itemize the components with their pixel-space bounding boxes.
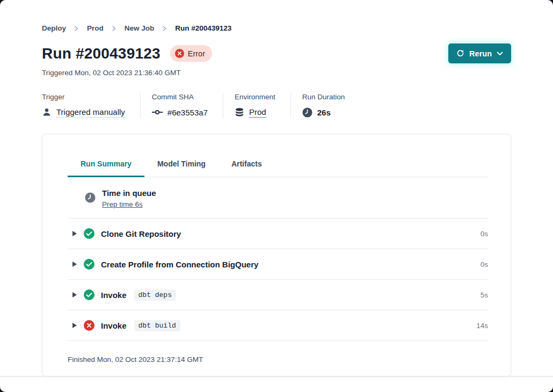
breadcrumb-prod[interactable]: Prod [87, 24, 104, 32]
rerun-button[interactable]: Rerun [448, 43, 511, 63]
meta-run-duration: Run Duration 26s [302, 93, 360, 118]
step-duration: 14s [476, 322, 488, 330]
refresh-icon [456, 49, 464, 57]
clock-icon [85, 192, 96, 203]
error-circle-icon [175, 49, 184, 58]
expand-triangle-icon[interactable] [72, 230, 77, 237]
breadcrumb-new-job[interactable]: New Job [125, 24, 155, 32]
command-chip: dbt deps [134, 289, 176, 301]
step-label: Clone Git Repository [101, 229, 181, 238]
step-row-dbt-build[interactable]: Invoke dbt build 14s [68, 310, 488, 341]
rerun-label: Rerun [469, 49, 492, 58]
prep-time-link[interactable]: Prep time 6s [102, 200, 143, 209]
tab-run-summary[interactable]: Run Summary [68, 158, 144, 177]
meta-label-duration: Run Duration [302, 93, 345, 101]
meta-label-commit: Commit SHA [152, 93, 208, 101]
header: Run #200439123 Error Rerun [42, 43, 511, 63]
success-icon [84, 259, 94, 270]
tab-bar: Run Summary Model Timing Artifacts [68, 158, 488, 177]
status-badge: Error [170, 45, 212, 62]
status-badge-label: Error [188, 49, 205, 58]
page-title: Run #200439123 [42, 45, 161, 62]
meta-commit-sha: Commit SHA #6e3553a7 [152, 93, 223, 118]
step-duration: 0s [481, 260, 488, 268]
clock-icon [302, 107, 312, 118]
trigger-value[interactable]: Triggered manually [56, 107, 125, 118]
step-duration: 0s [481, 230, 488, 238]
step-duration: 5s [481, 291, 488, 299]
expand-triangle-icon[interactable] [72, 292, 77, 298]
commit-sha-value: #6e3553a7 [168, 108, 208, 117]
chevron-right-icon [112, 25, 117, 32]
chevron-down-icon [497, 52, 503, 56]
queue-section: Time in queue Prep time 6s [68, 177, 488, 219]
commit-icon [152, 108, 163, 116]
chevron-right-icon [162, 25, 167, 32]
step-label: Create Profile from Connection BigQuery [101, 260, 258, 269]
person-icon [42, 107, 52, 117]
success-icon [84, 228, 94, 239]
triggered-timestamp: Triggered Mon, 02 Oct 2023 21:36:40 GMT [42, 69, 511, 77]
environment-link[interactable]: Prod [249, 107, 266, 118]
run-duration-value: 26s [317, 108, 331, 117]
meta-label-environment: Environment [235, 93, 275, 101]
step-row-clone-git[interactable]: Clone Git Repository 0s [68, 219, 488, 249]
run-detail-page: Deploy Prod New Job Run #200439123 Run #… [0, 0, 553, 392]
queue-title: Time in queue [102, 187, 156, 199]
breadcrumb-deploy[interactable]: Deploy [42, 24, 66, 32]
meta-trigger: Trigger Triggered manually [42, 93, 141, 118]
finished-timestamp: Finished Mon, 02 Oct 2023 21:37:14 GMT [68, 341, 488, 364]
step-label: Invoke [101, 291, 127, 300]
meta-environment: Environment Prod [235, 93, 291, 118]
tab-artifacts[interactable]: Artifacts [219, 158, 275, 177]
page-bottom-divider [0, 376, 553, 377]
run-summary-card: Run Summary Model Timing Artifacts Time … [42, 134, 511, 376]
tab-model-timing[interactable]: Model Timing [144, 158, 219, 177]
step-row-dbt-deps[interactable]: Invoke dbt deps 5s [68, 280, 488, 310]
expand-triangle-icon[interactable] [72, 261, 77, 267]
step-row-create-profile[interactable]: Create Profile from Connection BigQuery … [68, 249, 488, 280]
expand-triangle-icon[interactable] [72, 322, 77, 329]
meta-label-trigger: Trigger [42, 93, 125, 101]
database-icon [235, 107, 244, 117]
error-icon [84, 320, 94, 331]
breadcrumb: Deploy Prod New Job Run #200439123 [42, 0, 511, 32]
breadcrumb-current-run: Run #200439123 [175, 24, 231, 32]
step-label: Invoke [101, 321, 127, 330]
command-chip: dbt build [134, 320, 180, 331]
run-meta: Trigger Triggered manually Commit SHA [42, 93, 511, 118]
chevron-right-icon [74, 25, 79, 32]
success-icon [84, 289, 94, 300]
